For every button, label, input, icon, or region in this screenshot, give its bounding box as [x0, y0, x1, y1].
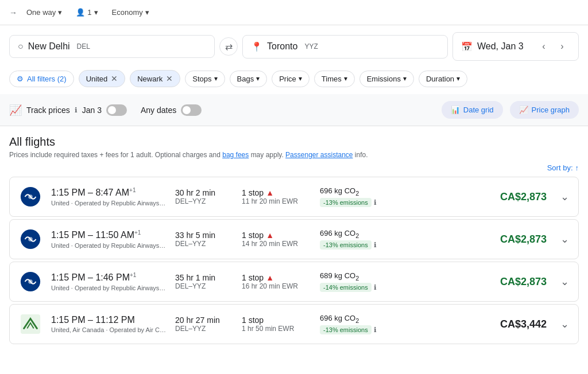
duration-text-2: 35 hr 1 min [175, 273, 233, 282]
stops-detail-1: 14 hr 20 min EWR [242, 240, 311, 248]
flight-duration-0: 30 hr 2 min DEL–YYZ [175, 188, 233, 205]
airline-text-2: United · Operated by Republic Airways DB… [51, 285, 166, 291]
duration-chevron: ▾ [457, 75, 460, 83]
passengers-label: 1 [87, 8, 91, 17]
route-text-2: DEL–YYZ [175, 282, 233, 290]
track-bar: 📈 Track prices ℹ Jan 3 Any dates 📊 Date … [0, 94, 588, 126]
flight-price-3: CA$3,442 [495, 318, 547, 330]
svg-point-1 [28, 194, 33, 199]
flight-stops-0: 1 stop ▲ 11 hr 20 min EWR [242, 188, 311, 205]
any-dates-toggle[interactable] [181, 104, 202, 116]
trip-type-selector[interactable]: One way ▾ [22, 6, 67, 19]
emissions-badge-3: -13% emissions [320, 325, 372, 334]
price-graph-button[interactable]: 📈 Price graph [510, 101, 579, 119]
time-range-2: 1:15 PM – 1:46 PM+1 [51, 272, 166, 283]
emissions-info-1[interactable]: ℹ [374, 241, 377, 249]
flight-price-2: CA$2,873 [495, 276, 547, 288]
date-field[interactable]: 📅 Wed, Jan 3 ‹ › [452, 32, 579, 61]
filter-chip-newark-remove[interactable]: ✕ [166, 74, 173, 83]
emissions-info-3[interactable]: ℹ [374, 326, 377, 334]
flight-price-0: CA$2,873 [495, 191, 547, 203]
date-prev-button[interactable]: ‹ [536, 38, 552, 54]
swap-button[interactable]: ⇄ [219, 37, 238, 56]
filter-chip-united-label: United [86, 75, 108, 83]
passengers-selector[interactable]: 👤 1 ▾ [71, 6, 102, 19]
bag-fees-link[interactable]: bag fees [222, 151, 249, 159]
time-range-1: 1:15 PM – 11:50 AM+1 [51, 229, 166, 240]
airline-logo-1 [19, 228, 42, 251]
flight-stops-2: 1 stop ▲ 16 hr 20 min EWR [242, 273, 311, 290]
flight-stops-1: 1 stop ▲ 14 hr 20 min EWR [242, 231, 311, 248]
all-filters-button[interactable]: ⚙ All filters (2) [9, 71, 74, 87]
date-grid-button[interactable]: 📊 Date grid [442, 101, 503, 119]
route-text-0: DEL–YYZ [175, 197, 233, 205]
expand-button-2[interactable]: ⌄ [560, 275, 569, 288]
stops-text-0: 1 stop ▲ [242, 188, 311, 197]
price-label: Price [279, 75, 296, 83]
track-prices-toggle[interactable] [106, 104, 127, 116]
stops-text-2: 1 stop ▲ [242, 273, 311, 282]
times-chevron: ▾ [344, 75, 347, 83]
bags-filter[interactable]: Bags ▾ [230, 71, 268, 87]
duration-filter[interactable]: Duration ▾ [419, 71, 467, 87]
filter-icon: ⚙ [17, 75, 24, 83]
destination-field[interactable]: 📍 Toronto YYZ [242, 35, 448, 59]
emissions-info-2[interactable]: ℹ [374, 283, 377, 291]
cabin-selector[interactable]: Economy ▾ [107, 6, 154, 19]
price-filter[interactable]: Price ▾ [272, 71, 310, 87]
emissions-info-0[interactable]: ℹ [374, 198, 377, 207]
expand-button-3[interactable]: ⌄ [560, 318, 569, 330]
filter-chip-united[interactable]: United ✕ [79, 70, 126, 87]
origin-field[interactable]: ○ New Delhi DEL [9, 35, 215, 58]
expand-button-1[interactable]: ⌄ [560, 233, 569, 246]
passenger-assist-link[interactable]: Passenger assistance [285, 151, 353, 159]
stops-filter[interactable]: Stops ▾ [185, 71, 225, 87]
sort-icon: ↑ [575, 163, 579, 172]
filters-bar: ⚙ All filters (2) United ✕ Newark ✕ Stop… [0, 68, 588, 94]
date-nav: ‹ › [536, 38, 570, 54]
emissions-badge-2: -14% emissions [320, 283, 372, 292]
sort-bar: Sort by: ↑ [9, 163, 579, 172]
filter-chip-united-remove[interactable]: ✕ [111, 74, 118, 83]
emissions-filter[interactable]: Emissions ▾ [359, 71, 414, 87]
flight-times-2: 1:15 PM – 1:46 PM+1 United · Operated by… [51, 272, 166, 291]
flight-times-1: 1:15 PM – 11:50 AM+1 United · Operated b… [51, 229, 166, 248]
trip-type-chevron: ▾ [58, 8, 62, 17]
flight-emissions-2: 689 kg CO2 -14% emissionsℹ [320, 271, 389, 292]
times-label: Times [322, 75, 342, 83]
emissions-chevron: ▾ [403, 75, 407, 83]
time-range-0: 1:15 PM – 8:47 AM+1 [51, 187, 166, 198]
price-text-0: CA$2,873 [495, 191, 547, 203]
flight-row[interactable]: 1:15 PM – 8:47 AM+1 United · Operated by… [9, 177, 579, 217]
any-dates-label: Any dates [141, 106, 176, 115]
flight-stops-3: 1 stop 1 hr 50 min EWR [242, 315, 311, 333]
date-next-button[interactable]: › [554, 38, 570, 54]
filter-chip-newark[interactable]: Newark ✕ [130, 70, 180, 87]
duration-label: Duration [426, 75, 454, 83]
duration-text-1: 33 hr 5 min [175, 231, 233, 240]
flight-duration-2: 35 hr 1 min DEL–YYZ [175, 273, 233, 290]
origin-code: DEL [77, 42, 90, 50]
stops-text-1: 1 stop ▲ [242, 231, 311, 240]
times-filter[interactable]: Times ▾ [314, 71, 355, 87]
destination-code: YYZ [304, 42, 318, 50]
airline-text-3: United, Air Canada · Operated by Air Can… [51, 326, 166, 333]
track-info-icon[interactable]: ℹ [75, 106, 78, 114]
emissions-label: Emissions [367, 75, 401, 83]
price-text-2: CA$2,873 [495, 276, 547, 288]
calendar-icon: 📅 [461, 41, 473, 52]
subtitle-text3: info. [355, 151, 368, 159]
duration-text-3: 20 hr 27 min [175, 315, 233, 325]
flight-row[interactable]: 1:15 PM – 11:50 AM+1 United · Operated b… [9, 219, 579, 259]
sort-button[interactable]: Sort by: ↑ [547, 163, 579, 172]
stop-warning-icon-1: ▲ [266, 231, 274, 240]
expand-button-0[interactable]: ⌄ [560, 190, 569, 203]
flight-row[interactable]: 1:15 PM – 1:46 PM+1 United · Operated by… [9, 262, 579, 302]
sort-label: Sort by: [547, 163, 573, 172]
origin-icon: ○ [18, 41, 24, 52]
origin-text: New Delhi [28, 41, 70, 52]
emissions-text-3: 696 kg CO2 [320, 314, 389, 324]
time-range-3: 1:15 PM – 11:12 PM [51, 315, 166, 325]
flight-row[interactable]: 1:15 PM – 11:12 PM United, Air Canada · … [9, 304, 579, 344]
passengers-chevron: ▾ [94, 8, 98, 17]
